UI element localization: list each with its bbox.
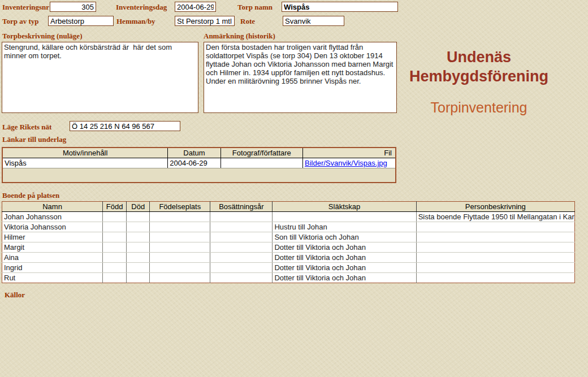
cell-namn: Viktoria Johansson [2,222,103,232]
cell-slaktskap: Dotter till Viktoria och Johan [273,242,416,253]
links-header-datum: Datum [168,148,220,158]
cell-namn: Hilmer [2,232,103,242]
links-table-empty-row [2,168,396,183]
cell-fodd [103,232,127,242]
links-cell-datum: 2004-06-29 [168,158,220,168]
cell-fodd [103,273,127,283]
cell-personbeskrivning: Sista boende Flyttade 1950 til Mellangat… [416,212,574,222]
boende-heading: Boende på platsen [2,191,59,200]
links-header-motiv: Motiv/innehåll [2,148,168,158]
links-header-fotograf: Fotograf/författare [220,148,302,158]
cell-bosattningsar [210,232,273,242]
table-row: Hilmer Son till Viktoria och Johan [2,232,575,242]
links-table-row: Vispås 2004-06-29 Bilder/Svanvik/Vispas.… [2,158,396,168]
cell-fodelseplats [150,253,210,263]
links-cell-fil: Bilder/Svanvik/Vispas.jpg [303,158,396,168]
table-row: Ingrid Dotter till Viktoria och Johan [2,263,575,273]
cell-dod [127,253,150,263]
cell-fodelseplats [150,222,210,232]
boende-header-row: Namn Född Död Födelseplats Bosättningsår… [2,202,575,212]
cell-fodelseplats [150,242,210,253]
cell-bosattningsar [210,212,273,222]
cell-bosattningsar [210,222,273,232]
boende-header-namn: Namn [2,202,103,212]
boende-header-personbeskrivning: Personbeskrivning [416,202,574,212]
boende-header-slaktskap: Släktskap [273,202,416,212]
inventeringsdag-input[interactable] [175,2,216,12]
table-row: Aina Dotter till Viktoria och Johan [2,253,575,263]
boende-header-fodelseplats: Födelseplats [150,202,210,212]
cell-fodd [103,242,127,253]
links-cell-motiv: Vispås [2,158,168,168]
cell-slaktskap: Dotter till Viktoria och Johan [273,263,416,273]
cell-personbeskrivning [416,232,574,242]
cell-bosattningsar [210,253,273,263]
inventeringsnr-input[interactable] [50,2,96,12]
torp-av-typ-label: Torp av typ [2,17,39,26]
torp-namn-input[interactable] [282,2,398,12]
boende-header-fodd: Född [103,202,127,212]
cell-fodd [103,263,127,273]
inventeringsdag-label: Inventeringsdag [116,3,167,12]
table-row: Johan Johansson Sista boende Flyttade 19… [2,212,575,222]
hemman-by-label: Hemman/by [116,17,155,26]
boende-table: Namn Född Död Födelseplats Bosättningsår… [2,201,575,283]
links-cell-fotograf [220,158,302,168]
cell-dod [127,273,150,283]
torpbeskrivning-textarea[interactable]: Stengrund, källare och körsbärsträd är h… [2,42,198,113]
cell-dod [127,232,150,242]
file-link[interactable]: Bilder/Svanvik/Vispas.jpg [305,159,387,167]
cell-slaktskap: Dotter till Viktoria och Johan [273,273,416,283]
org-title-line2: Hembygdsförening [401,67,556,86]
cell-namn: Margit [2,242,103,253]
cell-personbeskrivning [416,242,574,253]
lage-label: Läge Rikets nät [2,123,51,132]
cell-fodd [103,222,127,232]
cell-personbeskrivning [416,263,574,273]
cell-bosattningsar [210,263,273,273]
org-title-block: Undenäs Hembygdsförening Torpinventering [401,47,556,115]
cell-personbeskrivning [416,273,574,283]
torp-av-typ-input[interactable] [48,16,114,26]
cell-slaktskap: Dotter till Viktoria och Johan [273,253,416,263]
cell-fodelseplats [150,273,210,283]
hemman-by-input[interactable] [175,16,235,26]
boende-header-bosattningsar: Bosättningsår [210,202,273,212]
anmarkning-heading: Anmärkning (historik) [204,32,275,41]
inventeringsnr-label: Inventeringsnr [2,3,49,12]
links-header-row: Motiv/innehåll Datum Fotograf/författare… [2,148,396,158]
lage-input[interactable] [70,121,180,131]
cell-dod [127,222,150,232]
cell-slaktskap: Hustru till Johan [273,222,416,232]
rote-label: Rote [240,17,255,26]
cell-fodelseplats [150,263,210,273]
links-header-fil: Fil [303,148,396,158]
cell-namn: Johan Johansson [2,212,103,222]
rote-input[interactable] [283,16,344,26]
boende-header-dod: Död [127,202,150,212]
anmarkning-textarea[interactable]: Den första bostaden har troligen varit f… [204,42,397,113]
cell-fodd [103,253,127,263]
page-subtitle: Torpinventering [401,99,556,115]
torp-namn-label: Torp namn [237,3,273,12]
cell-slaktskap: Son till Viktoria och Johan [273,232,416,242]
table-row: Viktoria Johansson Hustru till Johan [2,222,575,232]
org-title-line1: Undenäs [401,47,556,67]
cell-namn: Ingrid [2,263,103,273]
torpinventering-page: Inventeringsnr Inventeringsdag Torp namn… [0,0,588,377]
links-table: Motiv/innehåll Datum Fotograf/författare… [2,147,396,183]
cell-fodd [103,212,127,222]
cell-dod [127,242,150,253]
torpbeskrivning-heading: Torpbeskrivning (nuläge) [2,32,82,41]
cell-slaktskap [273,212,416,222]
lankar-heading: Länkar till underlag [2,135,66,144]
cell-namn: Aina [2,253,103,263]
table-row: Margit Dotter till Viktoria och Johan [2,242,575,253]
cell-personbeskrivning [416,222,574,232]
cell-fodelseplats [150,232,210,242]
cell-bosattningsar [210,273,273,283]
cell-bosattningsar [210,242,273,253]
table-row: Rut Dotter till Viktoria och Johan [2,273,575,283]
cell-dod [127,212,150,222]
kallor-heading: Källor [5,291,25,300]
